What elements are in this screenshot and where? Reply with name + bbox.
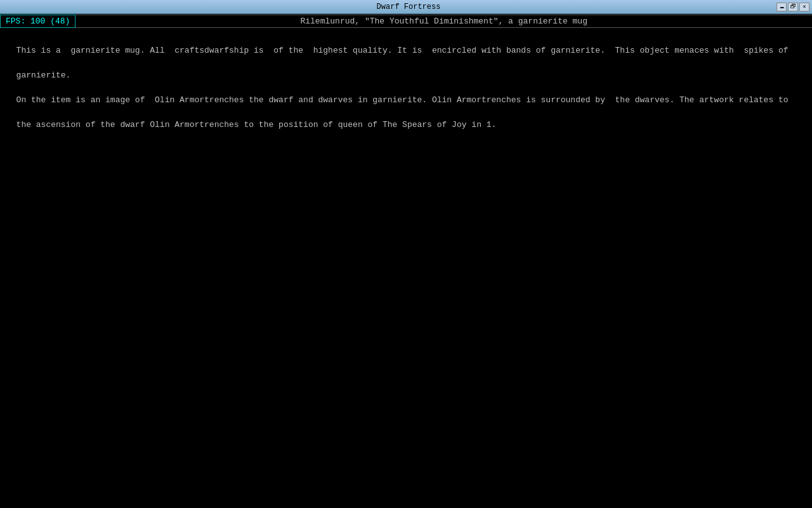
description-line2: garnierite. [16, 70, 71, 80]
window-controls[interactable]: 🗕 🗗 ✕ [776, 3, 809, 11]
minimize-button[interactable]: 🗕 [776, 3, 787, 11]
window-title: Dwarf Fortress [41, 3, 776, 11]
close-button[interactable]: ✕ [799, 3, 809, 11]
description-line1: This is a garnierite mug. All craftsdwar… [16, 46, 789, 55]
main-content: This is a garnierite mug. All craftsdwar… [0, 28, 812, 135]
maximize-button[interactable]: 🗗 [788, 3, 798, 11]
description-line4: the ascension of the dwarf Olin Armortre… [16, 120, 497, 130]
description-line3: On the item is an image of Olin Armortre… [16, 95, 789, 105]
item-title: Rilemlunrud, "The Youthful Diminishment"… [75, 15, 812, 28]
menu-bar: FPS: 100 (48) Rilemlunrud, "The Youthful… [0, 14, 812, 28]
title-bar: Dwarf Fortress 🗕 🗗 ✕ [0, 0, 812, 14]
fps-display: FPS: 100 (48) [0, 15, 75, 28]
